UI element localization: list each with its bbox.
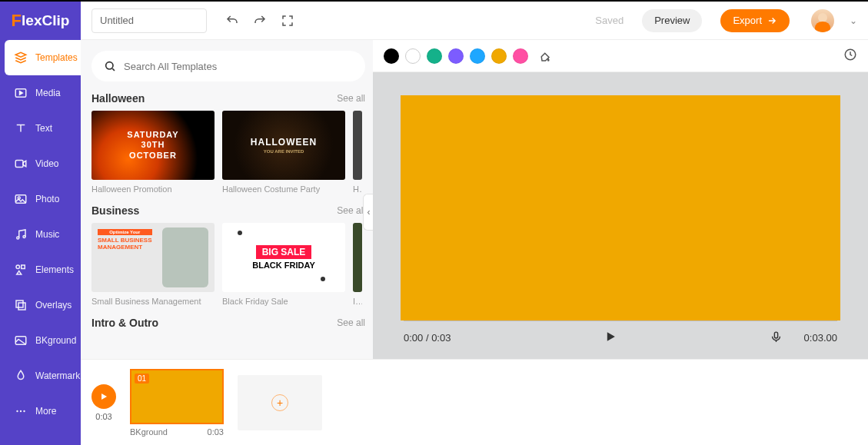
- sidebar-item-media[interactable]: Media: [0, 75, 81, 111]
- elements-icon: [14, 263, 28, 277]
- svg-point-4: [17, 237, 19, 239]
- sidebar-item-label: Video: [35, 158, 58, 169]
- sidebar-item-label: More: [35, 406, 56, 417]
- preview-button[interactable]: Preview: [642, 9, 702, 32]
- template-thumb: HALLOWEEN YOU ARE INVITED: [222, 111, 345, 180]
- timeline-time: 0:03: [95, 412, 111, 421]
- sidebar-item-bkground[interactable]: BKground: [0, 323, 81, 358]
- text-icon: [14, 121, 28, 135]
- section-title: Intro & Outro: [91, 317, 158, 329]
- template-label: Black Friday Sale: [222, 297, 345, 306]
- template-thumb: BIG SALE BLACK FRIDAY: [222, 223, 345, 292]
- sidebar-item-label: Media: [35, 88, 61, 98]
- color-swatch-pink[interactable]: [513, 48, 528, 64]
- color-swatch-purple[interactable]: [448, 48, 464, 64]
- sidebar-item-elements[interactable]: Elements: [0, 252, 81, 287]
- export-label: Export: [733, 15, 762, 26]
- template-label: Halloween Promotion: [91, 184, 215, 194]
- duration-display: 0:03.00: [804, 332, 837, 344]
- svg-point-5: [23, 236, 25, 238]
- clip-badge: 01: [135, 374, 149, 384]
- template-thumb: Optimize Your SMALL BUSINESSMANAGEMENT: [91, 223, 215, 292]
- templates-icon: [14, 51, 28, 65]
- template-label: Small Business Management: [91, 297, 215, 306]
- canvas-stage[interactable]: [401, 95, 840, 320]
- timeline-play-button[interactable]: [91, 384, 116, 409]
- more-icon: [14, 404, 28, 418]
- saved-status: Saved: [595, 15, 624, 26]
- color-swatch-white[interactable]: [405, 48, 421, 64]
- template-card[interactable]: BIG SALE BLACK FRIDAY Black Friday Sale: [222, 223, 345, 306]
- fullscreen-icon[interactable]: [281, 14, 294, 28]
- template-card[interactable]: SATURDAY30THOCTOBER Halloween Promotion: [91, 111, 215, 194]
- bkground-icon: [14, 334, 28, 347]
- logo: FlexClip: [0, 2, 81, 40]
- clip-time: 0:03: [208, 427, 224, 437]
- svg-rect-1: [15, 161, 23, 168]
- search-icon: [104, 60, 116, 72]
- template-card[interactable]: Hal: [353, 111, 362, 194]
- sidebar-item-more[interactable]: More: [0, 394, 81, 429]
- redo-icon[interactable]: [253, 14, 267, 28]
- search-input[interactable]: [124, 61, 353, 72]
- avatar[interactable]: [811, 9, 834, 32]
- color-swatch-teal[interactable]: [427, 48, 442, 64]
- sidebar-item-label: Templates: [35, 52, 78, 63]
- sidebar-item-photo[interactable]: Photo: [0, 181, 81, 217]
- svg-point-14: [106, 62, 113, 69]
- sidebar-item-watermark[interactable]: Watermark: [0, 358, 81, 394]
- color-swatch-amber[interactable]: [491, 48, 507, 64]
- play-button[interactable]: [603, 329, 618, 347]
- chevron-down-icon[interactable]: ⌄: [850, 15, 857, 26]
- watermark-icon: [14, 369, 28, 383]
- svg-rect-8: [16, 301, 23, 307]
- sidebar-item-overlays[interactable]: Overlays: [0, 287, 81, 323]
- svg-rect-16: [774, 332, 777, 338]
- video-icon: [14, 157, 28, 171]
- collapse-panel-button[interactable]: ‹: [363, 194, 373, 231]
- project-title-input[interactable]: [91, 8, 207, 33]
- template-thumb: SATURDAY30THOCTOBER: [91, 111, 215, 180]
- sidebar-item-label: Watermark: [35, 370, 80, 381]
- see-all-link[interactable]: See all: [337, 93, 365, 104]
- mic-button[interactable]: [770, 330, 783, 346]
- svg-point-12: [20, 410, 22, 412]
- color-bar: [373, 40, 868, 72]
- arrow-right-icon: [767, 15, 777, 26]
- sidebar-item-text[interactable]: Text: [0, 111, 81, 146]
- sidebar-item-label: Music: [35, 229, 59, 240]
- add-clip-button[interactable]: +: [238, 375, 322, 430]
- color-swatch-blue[interactable]: [470, 48, 485, 64]
- template-label: Int: [353, 297, 362, 306]
- timeline: 0:03 01 BKground 0:03 +: [81, 359, 868, 445]
- export-button[interactable]: Export: [720, 9, 790, 32]
- fill-bucket-icon[interactable]: [537, 49, 551, 63]
- template-thumb: [353, 111, 362, 180]
- see-all-link[interactable]: See all: [337, 317, 365, 328]
- photo-icon: [14, 192, 28, 206]
- clip-label: BKground: [130, 427, 168, 437]
- template-card[interactable]: Int: [353, 223, 362, 306]
- stage-wrap: 0:00 / 0:03 0:03.00: [373, 72, 868, 359]
- undo-icon[interactable]: [225, 14, 239, 28]
- sidebar-item-video[interactable]: Video: [0, 146, 81, 181]
- sidebar-item-label: Text: [35, 123, 52, 134]
- template-card[interactable]: Optimize Your SMALL BUSINESSMANAGEMENT S…: [91, 223, 215, 306]
- canvas-area: 0:00 / 0:03 0:03.00: [373, 40, 868, 359]
- template-label: Hal: [353, 184, 362, 194]
- timeline-clip[interactable]: 01: [130, 369, 224, 424]
- section-title: Halloween: [91, 92, 145, 105]
- search-box[interactable]: [91, 51, 365, 81]
- sidebar-item-label: Overlays: [35, 300, 72, 311]
- sidebar: FlexClip Templates Media Text Video Phot…: [0, 2, 81, 445]
- topbar: Saved Preview Export ⌄: [81, 2, 868, 40]
- sidebar-item-templates[interactable]: Templates: [5, 40, 81, 75]
- history-icon[interactable]: [843, 48, 857, 65]
- svg-rect-7: [22, 265, 25, 269]
- section-title: Business: [91, 204, 139, 217]
- sidebar-item-label: Photo: [35, 194, 59, 204]
- template-card[interactable]: HALLOWEEN YOU ARE INVITED Halloween Cost…: [222, 111, 345, 194]
- see-all-link[interactable]: See all: [337, 205, 365, 216]
- color-swatch-black[interactable]: [384, 48, 399, 64]
- sidebar-item-music[interactable]: Music: [0, 217, 81, 252]
